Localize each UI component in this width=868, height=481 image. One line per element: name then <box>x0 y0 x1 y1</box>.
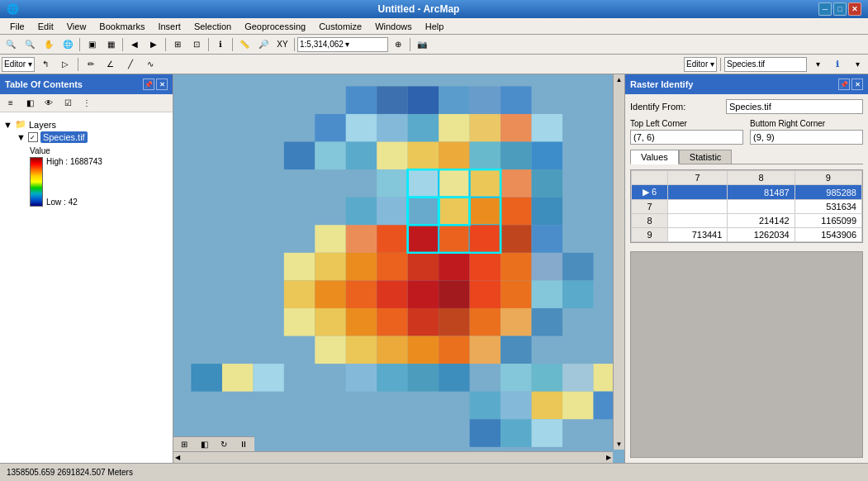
toc-pin-button[interactable]: 📌 <box>143 79 154 90</box>
zoom-in-button[interactable]: 🔍 <box>2 36 20 53</box>
zoom-out-button[interactable]: 🔍 <box>21 36 39 53</box>
map-scrollbar-horizontal[interactable]: ◀ ▶ <box>173 451 613 463</box>
menu-selection[interactable]: Selection <box>187 20 238 33</box>
scale-input[interactable]: 1:5,314,062 ▾ <box>297 37 388 52</box>
select-button[interactable]: ▣ <box>83 36 101 53</box>
modify-button[interactable]: ∠ <box>102 56 120 73</box>
svg-rect-49 <box>439 253 469 281</box>
more-button[interactable]: ▾ <box>848 56 866 73</box>
toc-list-view-button[interactable]: ≡ <box>2 95 20 112</box>
svg-rect-70 <box>470 308 500 336</box>
svg-rect-59 <box>439 280 469 308</box>
tab-values[interactable]: Values <box>630 150 679 164</box>
measure-button[interactable]: 📏 <box>235 36 254 53</box>
menu-help[interactable]: Help <box>419 20 451 33</box>
species-dropdown[interactable]: Species.tif <box>724 57 807 72</box>
scroll-up-arrow[interactable]: ▲ <box>616 76 623 83</box>
globe-button[interactable]: 🌐 <box>59 36 77 53</box>
xy-button[interactable]: XY <box>273 36 292 53</box>
minimize-button[interactable]: ─ <box>818 2 832 16</box>
curve-tool-button[interactable]: ∿ <box>141 56 159 73</box>
edit-vertices-button[interactable]: ▷ <box>56 56 74 73</box>
cell-6-7 <box>667 185 727 200</box>
map-btn1[interactable]: ⊞ <box>175 436 193 453</box>
info-button[interactable]: ℹ <box>828 56 847 73</box>
svg-rect-84 <box>253 364 283 392</box>
species-layer-item[interactable]: ▼ ✓ Species.tif <box>17 130 169 145</box>
back-button[interactable]: ◀ <box>126 36 144 53</box>
menu-view[interactable]: View <box>60 20 93 33</box>
menu-bookmarks[interactable]: Bookmarks <box>92 20 151 33</box>
map-btn2[interactable]: ◧ <box>195 436 213 453</box>
toc-selection-button[interactable]: ☑ <box>59 95 77 112</box>
cell-9-7: 713441 <box>667 228 727 242</box>
zoom-full-button[interactable]: ⊞ <box>168 36 187 53</box>
sketch-tool-button[interactable]: ✏ <box>82 56 100 73</box>
toc-options-button[interactable]: ⋮ <box>78 95 96 112</box>
toc-source-view-button[interactable]: ◧ <box>21 95 39 112</box>
identify-from-value[interactable]: Species.tif <box>726 99 863 114</box>
svg-rect-54 <box>284 280 315 308</box>
select2-button[interactable]: ▦ <box>102 36 120 53</box>
layer-name[interactable]: Species.tif <box>40 131 88 143</box>
main-area: Table Of Contents 📌 ✕ ≡ ◧ 👁 ☑ ⋮ ▼ 📁 Laye… <box>0 74 868 463</box>
raster-close-button[interactable]: ✕ <box>851 79 863 90</box>
pan-button[interactable]: ✋ <box>40 36 58 53</box>
line-tool-button[interactable]: ╱ <box>121 56 140 73</box>
edit-tool-button[interactable]: ↰ <box>36 56 55 73</box>
menu-geoprocessing[interactable]: Geoprocessing <box>238 20 312 33</box>
map-area[interactable]: ▲ ▼ ◀ ▶ ⊞ ◧ ↻ ⏸ <box>173 74 624 463</box>
toc-close-button[interactable]: ✕ <box>156 79 168 90</box>
svg-rect-65 <box>315 308 345 336</box>
svg-rect-80 <box>346 364 377 392</box>
map-bottom-toolbar: ⊞ ◧ ↻ ⏸ <box>173 436 254 451</box>
raster-pin-button[interactable]: 📌 <box>838 79 850 90</box>
map-scrollbar-vertical[interactable]: ▲ ▼ <box>613 74 624 450</box>
editor-dropdown2[interactable]: Editor ▾ <box>684 57 717 72</box>
separator9 <box>720 58 721 71</box>
svg-rect-55 <box>315 280 345 308</box>
map-btn3[interactable]: ↻ <box>215 436 233 453</box>
menu-customize[interactable]: Customize <box>312 20 368 33</box>
svg-rect-52 <box>532 253 562 281</box>
toc-header-buttons: 📌 ✕ <box>143 79 168 90</box>
data-table: 7 8 9 ▶ 6 81487 985288 7 <box>630 169 863 243</box>
scale-tool-button[interactable]: ⊕ <box>389 36 407 53</box>
svg-rect-88 <box>532 364 562 392</box>
species-options-button[interactable]: ▾ <box>809 56 827 73</box>
menu-edit[interactable]: Edit <box>31 20 60 33</box>
svg-rect-39 <box>408 225 439 253</box>
window-controls: ─ □ ✕ <box>818 2 861 16</box>
svg-rect-32 <box>439 198 469 226</box>
menu-file[interactable]: File <box>3 20 31 33</box>
svg-rect-15 <box>315 142 345 170</box>
svg-rect-30 <box>377 198 407 226</box>
cell-9-9: 1543906 <box>794 228 861 242</box>
toc-visibility-button[interactable]: 👁 <box>40 95 58 112</box>
scroll-down-arrow[interactable]: ▼ <box>616 441 623 448</box>
zoom-layer-button[interactable]: ⊡ <box>187 36 206 53</box>
row-header-7: 7 <box>632 200 668 214</box>
close-button[interactable]: ✕ <box>848 2 861 16</box>
svg-rect-16 <box>346 142 377 170</box>
maximize-button[interactable]: □ <box>833 2 847 16</box>
editor-dropdown[interactable]: Editor ▾ <box>2 57 35 72</box>
map-btn4[interactable]: ⏸ <box>235 436 253 453</box>
snapshot-button[interactable]: 📷 <box>413 36 431 53</box>
layers-group-header[interactable]: ▼ 📁 Layers <box>3 119 169 130</box>
identify-button[interactable]: ℹ <box>211 36 230 53</box>
tab-statistic[interactable]: Statistic <box>679 150 733 164</box>
svg-rect-67 <box>377 308 407 336</box>
scroll-right-arrow[interactable]: ▶ <box>606 454 611 461</box>
svg-rect-47 <box>377 253 407 281</box>
svg-rect-66 <box>346 308 377 336</box>
svg-rect-58 <box>408 280 439 308</box>
forward-button[interactable]: ▶ <box>145 36 163 53</box>
find-button[interactable]: 🔎 <box>254 36 273 53</box>
menu-windows[interactable]: Windows <box>368 20 419 33</box>
toc-panel: Table Of Contents 📌 ✕ ≡ ◧ 👁 ☑ ⋮ ▼ 📁 Laye… <box>0 74 173 463</box>
legend-labels: High : 1688743 Low : 42 <box>46 157 102 207</box>
scroll-left-arrow[interactable]: ◀ <box>175 454 180 461</box>
layer-checkbox[interactable]: ✓ <box>28 132 38 142</box>
menu-insert[interactable]: Insert <box>151 20 187 33</box>
